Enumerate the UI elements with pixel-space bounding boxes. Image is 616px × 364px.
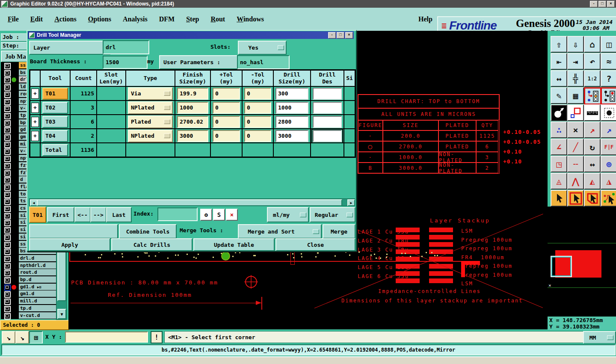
- copy-up-icon[interactable]: ⇧: [551, 36, 567, 53]
- drill-size-input[interactable]: 2800: [275, 116, 308, 128]
- drill-des-input[interactable]: [313, 130, 342, 142]
- tool-cell[interactable]: T04: [40, 129, 70, 143]
- fit-view-icon[interactable]: ↔: [551, 70, 567, 87]
- finish-size-input[interactable]: 199.9: [177, 88, 208, 100]
- alert-button[interactable]: !: [151, 331, 163, 343]
- dot-select-icon[interactable]: [601, 104, 616, 121]
- layer-checkbox[interactable]: [4, 291, 11, 298]
- slot-len-cell[interactable]: [97, 115, 126, 129]
- layer-checkbox[interactable]: [4, 92, 11, 98]
- units-dropdown[interactable]: ml/my: [267, 207, 309, 222]
- menu-item-analysis[interactable]: Analysis: [123, 15, 148, 23]
- minus-tol-input[interactable]: 0: [244, 102, 271, 114]
- merge-button[interactable]: Merge: [323, 224, 355, 239]
- copy-down-icon[interactable]: ⇩: [567, 36, 584, 53]
- next-button[interactable]: -->: [90, 207, 107, 222]
- merge-mode-dropdown[interactable]: Merge and Sort: [238, 224, 322, 239]
- unselect-icon[interactable]: ×: [567, 121, 584, 138]
- plus-tol-input[interactable]: 0: [213, 130, 240, 142]
- index-input[interactable]: [157, 207, 198, 221]
- select-polygon-icon[interactable]: [584, 190, 601, 207]
- menu-item-actions[interactable]: Actions: [54, 15, 77, 23]
- dialog-titlebar[interactable]: Drill Tool Manager - □ ×: [28, 31, 354, 39]
- scroll-right-icon[interactable]: ▶: [347, 199, 355, 206]
- hscrollbar-thumb[interactable]: [37, 199, 342, 206]
- drill-des-input[interactable]: [313, 88, 342, 100]
- menu-item-windows[interactable]: Windows: [237, 15, 264, 23]
- layer-checkbox[interactable]: [4, 284, 11, 291]
- xy-input[interactable]: [65, 331, 148, 343]
- layer-checkbox[interactable]: [4, 206, 11, 212]
- grid-settings-icon[interactable]: ▦: [567, 87, 584, 104]
- layer-checkbox[interactable]: [4, 220, 11, 226]
- finish-size-input[interactable]: 1000: [177, 102, 208, 114]
- app-icon[interactable]: [1, 1, 8, 7]
- tool-button[interactable]: T02: [42, 102, 68, 114]
- menu-item-step[interactable]: Step: [186, 15, 199, 23]
- minus-tol-input[interactable]: 0: [244, 116, 271, 128]
- layer-checkbox[interactable]: [4, 156, 11, 162]
- tile-windows-icon[interactable]: ◫: [601, 36, 616, 53]
- dashed-line-icon[interactable]: ╌: [567, 156, 584, 172]
- layer-signals-alt-icon[interactable]: [601, 87, 616, 105]
- maximize-button[interactable]: □: [598, 1, 606, 7]
- peak-small-icon[interactable]: ◬: [551, 173, 567, 189]
- type-dropdown[interactable]: Via: [128, 87, 173, 100]
- overview-viewport[interactable]: [551, 256, 572, 277]
- angle-measure-icon[interactable]: ∠: [551, 139, 567, 155]
- layer-checkbox[interactable]: [4, 113, 11, 119]
- board-thickness-input[interactable]: 1500: [103, 56, 148, 69]
- units-mm-dropdown[interactable]: MM: [583, 331, 616, 344]
- mirror-icon[interactable]: F|F: [601, 139, 616, 155]
- layer-field-input[interactable]: drl: [103, 40, 149, 54]
- home-view-icon[interactable]: ⌂: [584, 36, 601, 53]
- pad-view-icon[interactable]: [551, 104, 567, 121]
- what-is-help-icon[interactable]: ?: [601, 70, 616, 87]
- window-titlebar[interactable]: Graphic Editor 9.02c2 (00@HY-HYCAM-PC041…: [0, 0, 616, 8]
- tool-cell[interactable]: T01: [40, 86, 70, 101]
- settings-tools-icon[interactable]: ✎: [551, 87, 567, 104]
- tool-button[interactable]: T01: [42, 88, 68, 100]
- dialog-maximize-button[interactable]: □: [337, 32, 344, 38]
- prev-button[interactable]: <--: [74, 207, 91, 222]
- previous-view-icon[interactable]: ↶: [584, 53, 601, 70]
- layer-checkbox[interactable]: [4, 249, 11, 255]
- layer-checkbox[interactable]: [4, 192, 11, 198]
- s-route-icon[interactable]: ≈: [601, 53, 616, 70]
- menu-help[interactable]: Help: [418, 15, 432, 23]
- grid-toggle-button[interactable]: ⊞: [29, 331, 43, 344]
- type-dropdown[interactable]: NPlated: [128, 130, 173, 142]
- delete-tool-button[interactable]: ×: [226, 209, 238, 221]
- overview-panel[interactable]: ×: [548, 207, 616, 317]
- minus-tol-input[interactable]: 0: [244, 88, 271, 100]
- tool-button[interactable]: T03: [42, 116, 68, 128]
- chain-select-icon[interactable]: ∴: [551, 121, 567, 138]
- measure-ruler-icon[interactable]: [584, 104, 601, 121]
- snap-angle-button[interactable]: ↘: [15, 331, 29, 344]
- overlap-shapes-icon[interactable]: ⊚: [601, 156, 616, 172]
- layer-checkbox[interactable]: [4, 227, 11, 234]
- tool-button[interactable]: T04: [42, 130, 68, 142]
- type-dropdown[interactable]: Plated: [128, 115, 173, 128]
- script-tool-button[interactable]: S: [213, 209, 225, 221]
- peak-baseline-icon[interactable]: ◭: [584, 173, 601, 189]
- layer-checkbox[interactable]: [4, 127, 11, 133]
- layer-checkbox[interactable]: [4, 277, 11, 284]
- layer-checkbox[interactable]: [4, 142, 11, 148]
- menu-item-dfm[interactable]: DFM: [159, 15, 175, 23]
- layer-checkbox[interactable]: [4, 77, 11, 83]
- first-button[interactable]: First: [47, 207, 74, 222]
- copy-to-icon[interactable]: ↗: [601, 121, 616, 138]
- finish-size-input[interactable]: 2700.02: [177, 116, 208, 128]
- layer-checkbox[interactable]: [4, 263, 11, 269]
- measure-gap-icon[interactable]: ↔: [584, 156, 601, 172]
- menu-item-options[interactable]: Options: [88, 15, 111, 23]
- move-to-icon[interactable]: ↗: [584, 121, 601, 138]
- row-handle[interactable]: +: [30, 101, 40, 115]
- rotate-icon[interactable]: ↻: [584, 139, 601, 155]
- table-hscrollbar[interactable]: ◀ ▶: [29, 198, 355, 206]
- select-net-icon[interactable]: [601, 190, 616, 207]
- select-mode-icon[interactable]: [551, 190, 567, 207]
- layer-checkbox[interactable]: [4, 213, 11, 219]
- drill-size-input[interactable]: 3000: [275, 130, 308, 142]
